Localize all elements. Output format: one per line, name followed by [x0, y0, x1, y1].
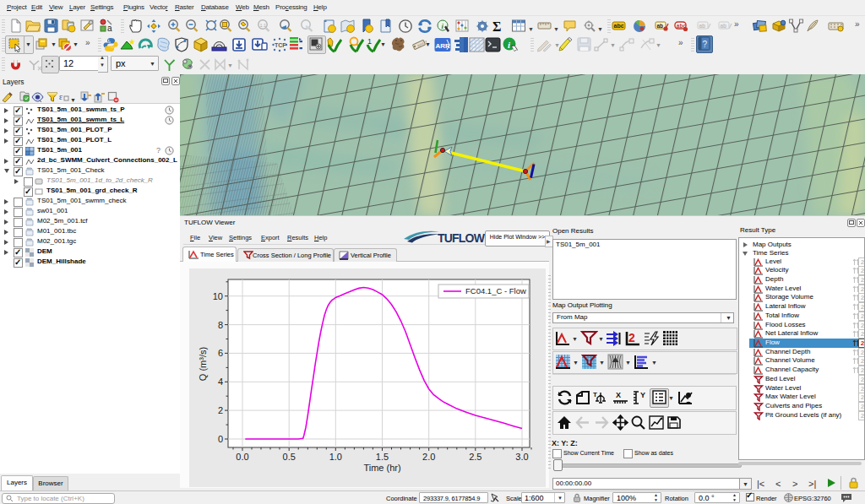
svg-text:2.5: 2.5: [469, 452, 481, 462]
svg-text:10: 10: [213, 291, 223, 301]
svg-text:abc: abc: [614, 23, 624, 29]
svg-text:Q (m³/s): Q (m³/s): [198, 347, 208, 381]
svg-text:X: X: [616, 391, 621, 399]
svg-text:FC04.1_C - Flow: FC04.1_C - Flow: [465, 286, 526, 295]
svg-text:2.0: 2.0: [422, 452, 435, 462]
svg-text:?: ?: [703, 40, 708, 49]
svg-text:ε: ε: [59, 92, 63, 101]
svg-text:1:1: 1:1: [260, 23, 267, 28]
svg-text:3.0: 3.0: [515, 452, 528, 462]
svg-text:2: 2: [218, 405, 223, 415]
svg-text:8: 8: [218, 320, 223, 330]
svg-text:0.5: 0.5: [283, 452, 296, 462]
svg-text:a: a: [107, 24, 112, 33]
svg-text:6: 6: [218, 348, 223, 358]
svg-text:Σ: Σ: [492, 19, 501, 34]
svg-text:Y: Y: [640, 391, 645, 399]
svg-text:TCF: TCF: [275, 42, 286, 48]
svg-text:1.0: 1.0: [329, 452, 342, 462]
svg-text:ab: ab: [699, 23, 706, 29]
svg-text:0: 0: [218, 434, 223, 444]
svg-text:2: 2: [628, 331, 635, 344]
svg-text:1: 1: [367, 37, 372, 46]
svg-text:ab: ab: [721, 23, 727, 29]
svg-text:Time (hr): Time (hr): [363, 463, 400, 473]
svg-text:T: T: [593, 391, 597, 398]
svg-text:1.5: 1.5: [376, 452, 389, 462]
svg-text:ab: ab: [657, 23, 664, 29]
svg-text:0.0: 0.0: [236, 452, 248, 462]
svg-text:4: 4: [218, 377, 223, 387]
